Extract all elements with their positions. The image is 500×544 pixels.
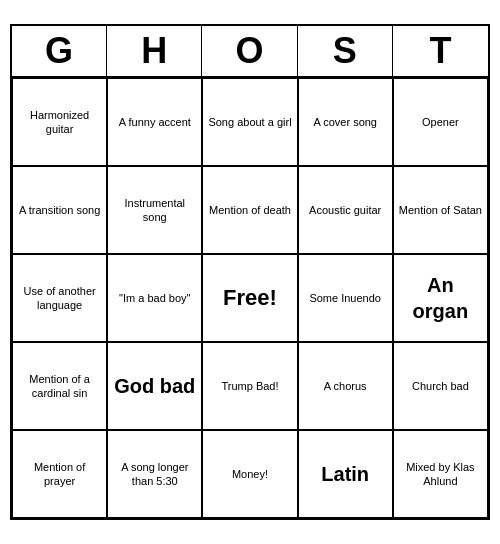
bingo-cell: A funny accent [107, 78, 202, 166]
bingo-cell: Some Inuendo [298, 254, 393, 342]
bingo-cell: A transition song [12, 166, 107, 254]
bingo-header: GHOST [12, 26, 488, 78]
bingo-cell: Trump Bad! [202, 342, 297, 430]
bingo-cell: An organ [393, 254, 488, 342]
bingo-cell: A cover song [298, 78, 393, 166]
bingo-cell: Latin [298, 430, 393, 518]
bingo-cell: Mention of Satan [393, 166, 488, 254]
header-letter: S [298, 26, 393, 76]
header-letter: G [12, 26, 107, 76]
bingo-cell: A song longer than 5:30 [107, 430, 202, 518]
bingo-cell: Harmonized guitar [12, 78, 107, 166]
bingo-cell: Money! [202, 430, 297, 518]
bingo-cell: Opener [393, 78, 488, 166]
bingo-cell: Mention of death [202, 166, 297, 254]
bingo-cell: Song about a girl [202, 78, 297, 166]
bingo-cell: God bad [107, 342, 202, 430]
bingo-cell: Acoustic guitar [298, 166, 393, 254]
bingo-cell: Instrumental song [107, 166, 202, 254]
bingo-cell: Free! [202, 254, 297, 342]
bingo-cell: Mixed by Klas Ahlund [393, 430, 488, 518]
bingo-cell: A chorus [298, 342, 393, 430]
header-letter: H [107, 26, 202, 76]
bingo-cell: Mention of a cardinal sin [12, 342, 107, 430]
bingo-grid: Harmonized guitarA funny accentSong abou… [12, 78, 488, 518]
bingo-cell: Use of another language [12, 254, 107, 342]
bingo-cell: Mention of prayer [12, 430, 107, 518]
header-letter: T [393, 26, 488, 76]
bingo-cell: Church bad [393, 342, 488, 430]
bingo-card: GHOST Harmonized guitarA funny accentSon… [10, 24, 490, 520]
bingo-cell: "Im a bad boy" [107, 254, 202, 342]
header-letter: O [202, 26, 297, 76]
